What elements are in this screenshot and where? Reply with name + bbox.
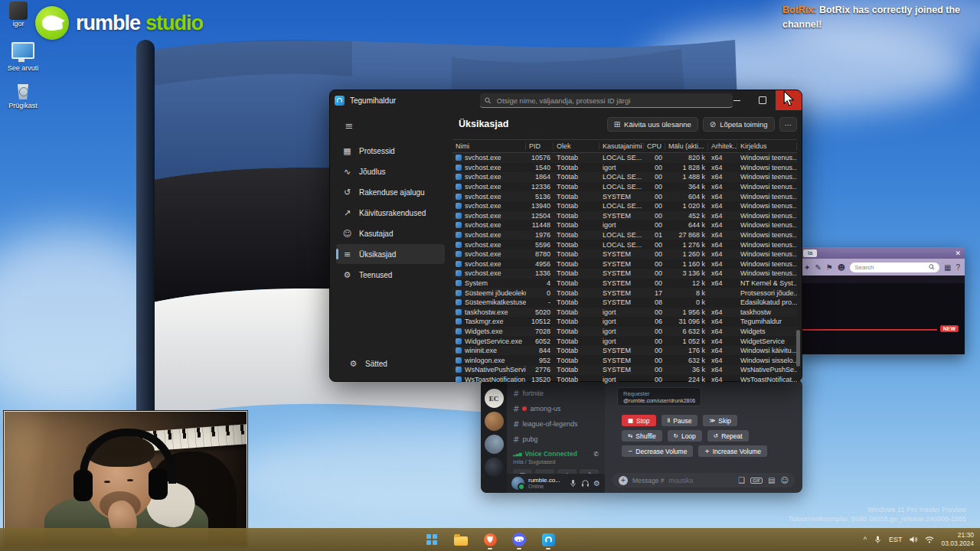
discord-taskbar-icon[interactable] xyxy=(509,530,529,549)
settings-gear-icon[interactable]: ⚙ xyxy=(593,479,600,487)
tray-mic-icon[interactable] xyxy=(874,535,882,544)
column-header-name[interactable]: Nimi xyxy=(452,142,526,150)
close-icon[interactable]: ✕ xyxy=(955,249,961,257)
user-avatar[interactable] xyxy=(511,477,524,490)
start-button[interactable] xyxy=(422,530,442,549)
music-control-button[interactable]: ↺ Repeat xyxy=(707,430,749,442)
desktop-user-shortcut[interactable]: igor xyxy=(2,2,35,28)
process-row[interactable]: svchost.exe 1540 Töötab igort 00 1 828 k… xyxy=(452,163,797,173)
discord-channel[interactable]: # league-of-legends xyxy=(507,416,605,432)
task-manager-titlebar[interactable]: Tegumihaldur ✕ xyxy=(330,90,802,110)
voice-disconnect-icon[interactable]: ✆ xyxy=(593,451,599,458)
language-indicator[interactable]: EST xyxy=(889,536,903,543)
process-row[interactable]: svchost.exe 1336 Töötab SYSTEM 00 3 136 … xyxy=(452,269,797,279)
process-row[interactable]: svchost.exe 8780 Töötab SYSTEM 00 1 260 … xyxy=(452,249,797,259)
column-header-user[interactable]: Kasutajanimi xyxy=(599,142,644,150)
wand-icon[interactable]: ✦ xyxy=(804,263,810,272)
tool-search-input[interactable]: Search xyxy=(850,262,939,272)
tool-window-titlebar[interactable]: la ✕ xyxy=(799,247,965,259)
process-row[interactable]: WsToastNotification... 13520 Töötab igor… xyxy=(452,375,797,385)
emoji-icon[interactable]: ☺ xyxy=(781,476,789,484)
process-row[interactable]: svchost.exe 12504 Töötab SYSTEM 00 452 k… xyxy=(452,211,797,221)
process-row[interactable]: winlogon.exe 952 Töötab SYSTEM 00 632 k … xyxy=(452,355,797,365)
edit-icon[interactable]: ✎ xyxy=(815,263,821,272)
end-task-button[interactable]: ⊘ Lõpeta toiming xyxy=(703,117,775,132)
column-header-description[interactable]: Kirjeldus xyxy=(737,142,797,150)
music-control-button[interactable]: ↻ Loop xyxy=(668,430,702,442)
gift-icon[interactable]: ❑ xyxy=(738,476,745,484)
process-row[interactable]: svchost.exe 12336 Töötab LOCAL SE... 00 … xyxy=(452,182,797,192)
column-header-memory[interactable]: Mälu (akti... xyxy=(665,142,708,150)
discord-channel[interactable]: # pubg xyxy=(507,432,605,447)
server-icon[interactable] xyxy=(485,435,504,454)
brave-browser-icon[interactable] xyxy=(480,530,500,549)
image-icon[interactable]: ▦ xyxy=(944,263,951,272)
process-row[interactable]: svchost.exe 1976 Töötab LOCAL SE... 01 2… xyxy=(452,230,797,240)
process-row[interactable]: svchost.exe 1864 Töötab LOCAL SE... 00 1… xyxy=(452,172,797,182)
process-row[interactable]: WidgetService.exe 6052 Töötab igort 00 1… xyxy=(452,336,797,346)
sidebar-item-settings[interactable]: ⚙ Sätted xyxy=(342,354,439,373)
tray-speaker-icon[interactable] xyxy=(909,535,918,544)
process-row[interactable]: WsNativePushServic... 2776 Töötab SYSTEM… xyxy=(452,365,797,375)
process-row[interactable]: svchost.exe 11448 Töötab igort 00 644 k … xyxy=(452,220,797,230)
task-manager-sidebar-item[interactable]: ∿ Jõudlus xyxy=(336,161,445,181)
scrollbar-thumb[interactable] xyxy=(796,330,800,367)
message-input-bar[interactable]: + Message # muusika ❑ GIF ▤ ☺ xyxy=(612,473,795,487)
table-header[interactable]: Nimi PID Olek Kasutajanimi CPU Mälu (akt… xyxy=(452,139,797,153)
tray-overflow-caret[interactable]: ^ xyxy=(864,536,867,543)
process-row[interactable]: wininit.exe 844 Töötab SYSTEM 00 176 k x… xyxy=(452,346,797,356)
column-header-pid[interactable]: PID xyxy=(526,142,554,150)
taskbar-clock[interactable]: 21:30 03.03.2024 xyxy=(941,531,974,547)
music-control-button[interactable]: ⇆ Shuffle xyxy=(622,430,662,442)
discord-channel[interactable]: # among-us xyxy=(507,401,605,416)
sticker-icon[interactable]: ▤ xyxy=(768,476,775,484)
music-control-button[interactable]: ■ Stop xyxy=(622,415,656,426)
maximize-button[interactable] xyxy=(750,90,776,110)
server-icon[interactable]: EC xyxy=(485,389,504,408)
process-row[interactable]: svchost.exe 10576 Töötab LOCAL SE... 00 … xyxy=(452,153,797,163)
task-manager-sidebar-item[interactable]: ↺ Rakenduse ajalugu xyxy=(336,182,445,202)
column-header-status[interactable]: Olek xyxy=(554,142,599,150)
headphones-icon[interactable] xyxy=(581,479,590,487)
task-manager-search[interactable] xyxy=(480,93,733,108)
process-row[interactable]: svchost.exe 13940 Töötab LOCAL SE... 00 … xyxy=(452,201,797,211)
volume-control-button[interactable]: − Decrease Volume xyxy=(622,445,693,457)
column-header-cpu[interactable]: CPU xyxy=(644,142,665,150)
server-icon[interactable] xyxy=(485,412,504,431)
process-row[interactable]: taskhostw.exe 5020 Töötab igort 00 1 956… xyxy=(452,308,797,318)
desktop-icon-recycle-bin[interactable]: Prügikast xyxy=(0,84,46,109)
tray-wifi-icon[interactable] xyxy=(925,535,934,544)
task-manager-sidebar-item[interactable]: ⚙ Teenused xyxy=(336,265,445,285)
task-manager-taskbar-icon[interactable] xyxy=(538,530,558,549)
task-manager-sidebar-item[interactable]: ↗ Käivitusrakendused xyxy=(336,203,445,223)
process-row[interactable]: svchost.exe 5596 Töötab LOCAL SE... 00 1… xyxy=(452,240,797,249)
search-input[interactable] xyxy=(495,96,729,106)
process-row[interactable]: Widgets.exe 7028 Töötab igort 00 6 632 k… xyxy=(452,327,797,337)
server-icon[interactable] xyxy=(485,458,504,477)
mic-icon[interactable] xyxy=(569,479,577,487)
task-manager-sidebar-item[interactable]: ☺ Kasutajad xyxy=(336,223,445,243)
more-options-button[interactable]: ··· xyxy=(779,117,798,132)
person-icon[interactable]: ☻ xyxy=(838,263,845,272)
process-row[interactable]: System 4 Töötab SYSTEM 00 12 k x64 NT Ke… xyxy=(452,279,797,289)
scrollbar[interactable] xyxy=(795,145,801,376)
process-row[interactable]: Süsteemi jõudeoleku... 0 Töötab SYSTEM 1… xyxy=(452,288,797,298)
column-header-arch[interactable]: Arhitek... xyxy=(708,142,737,150)
task-manager-sidebar-item[interactable]: ▦ Protsessid xyxy=(336,141,445,161)
discord-channel[interactable]: # fortnite xyxy=(507,386,605,401)
minimize-button[interactable] xyxy=(724,90,750,110)
music-control-button[interactable]: ≫ Skip xyxy=(703,415,737,426)
gif-picker-icon[interactable]: GIF xyxy=(750,478,763,484)
help-icon[interactable]: ? xyxy=(956,263,960,272)
process-row[interactable]: svchost.exe 5136 Töötab SYSTEM 00 604 k … xyxy=(452,191,797,201)
attach-plus-icon[interactable]: + xyxy=(619,476,628,485)
file-explorer-icon[interactable] xyxy=(451,530,471,549)
process-row[interactable]: Süsteemikatkestused - Töötab SYSTEM 08 0… xyxy=(452,298,797,308)
run-new-task-button[interactable]: ⊞ Käivita uus ülesanne xyxy=(607,117,698,132)
music-control-button[interactable]: Ⅱ Pause xyxy=(662,415,698,426)
task-manager-sidebar-item[interactable]: ≡ Üksikasjad xyxy=(336,244,445,264)
process-row[interactable]: svchost.exe 4956 Töötab SYSTEM 00 1 160 … xyxy=(452,259,797,269)
volume-control-button[interactable]: + Increase Volume xyxy=(698,445,767,457)
process-row[interactable]: Taskmgr.exe 10512 Töötab igort 06 31 096… xyxy=(452,317,797,327)
pin-icon[interactable]: ⚑ xyxy=(826,263,833,272)
